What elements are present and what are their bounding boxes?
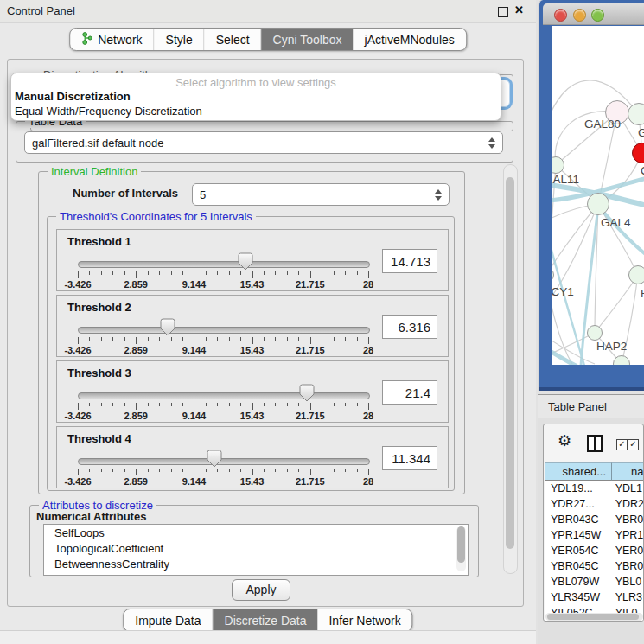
mac-zoom-icon[interactable] — [591, 9, 604, 22]
slider-tick-label: 15.43 — [240, 279, 265, 290]
control-panel-tabbar: Network Style Select Cyni Toolbox jActiv… — [69, 28, 467, 51]
slider-tick — [159, 403, 160, 406]
tab-jactivemnodules[interactable]: jActiveMNodules — [354, 29, 466, 50]
column-header-name[interactable]: na — [612, 462, 644, 481]
attribute-item[interactable]: SelfLoops — [44, 525, 468, 540]
slider-tick — [89, 403, 90, 406]
network-canvas[interactable]: GAL80GCGAL11GAL4GCY1HHAP2 — [552, 26, 644, 365]
network-node-label: GAL80 — [584, 118, 621, 131]
slider-tick — [252, 337, 253, 344]
table-scrollbar-thumb[interactable] — [547, 614, 639, 620]
slider-handle[interactable] — [299, 384, 315, 402]
threshold-slider[interactable] — [78, 318, 368, 337]
slider-handle[interactable] — [160, 318, 175, 336]
slider-tick — [171, 337, 172, 341]
table-row[interactable]: YDR27...YDR2 — [545, 496, 643, 512]
slider-handle[interactable] — [238, 252, 253, 271]
table-panel-title: Table Panel — [548, 400, 607, 413]
table-horizontal-scrollbar[interactable] — [545, 613, 643, 621]
tab-style-label: Style — [166, 33, 193, 47]
network-node-H[interactable] — [628, 265, 644, 284]
threshold-label: Threshold 1 — [67, 235, 131, 248]
thresholds-group: Threshold's Coordinates for 5 Intervals … — [47, 216, 455, 491]
network-node-label: GAL4 — [601, 216, 631, 229]
slider-tick-label: 28 — [363, 476, 373, 487]
tab-discretize-data[interactable]: Discretize Data — [214, 609, 318, 631]
threshold-value-field[interactable]: 6.316 — [382, 315, 437, 339]
slider-handle[interactable] — [207, 450, 222, 468]
column-header-shared-name[interactable]: shared... — [545, 462, 612, 481]
attributes-list-scrollbar[interactable] — [456, 526, 466, 571]
network-node-GAL4[interactable] — [587, 193, 609, 215]
table-row[interactable]: YLR345WYLR3 — [545, 590, 643, 605]
slider-tick-label: 28 — [363, 279, 373, 290]
tab-select[interactable]: Select — [205, 29, 262, 50]
number-of-intervals-value: 5 — [200, 188, 430, 201]
float-window-icon[interactable] — [498, 7, 508, 17]
slider-tick-labels: -3.4262.8599.14415.4321.71528 — [78, 476, 368, 487]
table-row[interactable]: YPR145WYPR1 — [545, 527, 643, 543]
slider-track[interactable] — [78, 458, 370, 465]
number-of-intervals-combobox[interactable]: 5 — [192, 183, 450, 206]
threshold-slider[interactable] — [78, 252, 368, 271]
threshold-slider[interactable] — [78, 384, 368, 403]
threshold-value-field[interactable]: 21.4 — [382, 380, 437, 405]
tab-cyni-toolbox[interactable]: Cyni Toolbox — [262, 29, 354, 50]
slider-tick — [334, 271, 335, 275]
slider-tick — [124, 403, 125, 406]
slider-tick-label: -3.426 — [64, 345, 91, 355]
slider-track[interactable] — [78, 392, 370, 399]
threshold-value-field[interactable]: 11.344 — [382, 446, 437, 470]
checkbox-icon[interactable]: ✓ — [616, 439, 628, 450]
close-icon[interactable]: ✕ — [514, 3, 524, 16]
network-node-G[interactable] — [628, 103, 644, 125]
table-row[interactable]: YER054CYER0 — [545, 543, 643, 558]
algorithm-option-equal-width[interactable]: Equal Width/Frequency Discretization — [11, 104, 501, 118]
table-row[interactable]: YDL19...YDL1 — [545, 481, 643, 496]
attribute-item[interactable]: BetweennessCentrality — [44, 556, 468, 571]
panel-vertical-scrollbar[interactable] — [503, 164, 518, 574]
algorithm-option-manual[interactable]: Manual Discretization — [11, 89, 501, 104]
slider-tick — [78, 403, 79, 410]
tab-cyni-toolbox-label: Cyni Toolbox — [273, 33, 342, 47]
mac-close-icon[interactable] — [554, 9, 567, 22]
threshold-row-3: Threshold 3-3.4262.8599.14415.4321.71528… — [56, 360, 449, 423]
table-row[interactable]: YBR043CYBR0 — [545, 512, 643, 527]
table-panel: ⚙ ✓ ✓ shared... na YDL19...YDL1YDR27...Y… — [543, 424, 644, 622]
attribute-item[interactable]: TopologicalCoefficient — [44, 540, 468, 556]
numerical-attributes-list[interactable]: SelfLoopsTopologicalCoefficientBetweenne… — [43, 524, 469, 576]
table-row[interactable]: YBR045CYBR0 — [545, 558, 643, 574]
threshold-slider[interactable] — [78, 450, 368, 469]
tab-style[interactable]: Style — [155, 29, 205, 50]
columns-icon[interactable] — [587, 435, 603, 452]
network-node-HAP2[interactable] — [587, 325, 603, 341]
slider-track[interactable] — [78, 327, 370, 334]
slider-tick — [357, 403, 358, 406]
slider-track[interactable] — [78, 261, 370, 268]
tab-network[interactable]: Network — [70, 29, 154, 50]
slider-tick — [345, 469, 346, 472]
slider-tick — [310, 271, 311, 278]
gear-icon[interactable]: ⚙ — [558, 431, 571, 450]
slider-tick — [252, 469, 253, 475]
table-data-combobox[interactable]: galFiltered.sif default node — [24, 131, 503, 154]
panel-scrollbar-thumb[interactable] — [506, 177, 514, 549]
slider-tick — [136, 337, 137, 344]
slider-tick — [229, 469, 230, 472]
slider-ticks — [78, 469, 368, 476]
apply-button[interactable]: Apply — [232, 579, 290, 601]
slider-tick — [136, 271, 137, 278]
mac-minimize-icon[interactable] — [573, 9, 586, 22]
slider-tick-label: 15.43 — [240, 476, 265, 487]
tab-infer-network[interactable]: Infer Network — [317, 609, 411, 631]
threshold-value-field[interactable]: 14.713 — [382, 249, 437, 273]
tab-impute-data[interactable]: Impute Data — [124, 609, 213, 631]
tab-network-label: Network — [98, 33, 142, 47]
control-panel: Control Panel ✕ Network Style — [0, 0, 536, 644]
checkbox-icon[interactable]: ✓ — [628, 439, 639, 450]
table-row[interactable]: YBL079WYBL0 — [545, 574, 643, 590]
slider-tick — [78, 271, 79, 278]
slider-tick — [124, 271, 125, 275]
slider-tick — [287, 469, 288, 472]
slider-tick — [206, 469, 207, 472]
